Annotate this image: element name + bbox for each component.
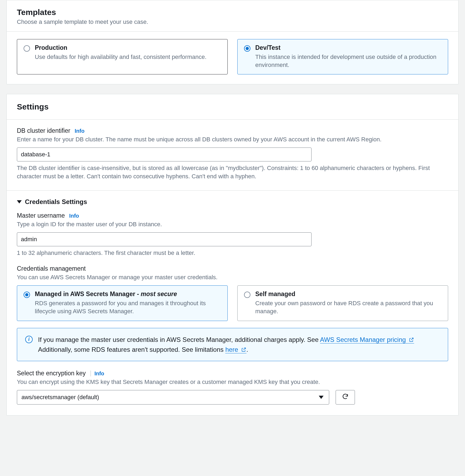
alert-text: If you manage the master user credential… — [38, 335, 440, 354]
settings-header: Settings — [7, 94, 458, 120]
credentials-management-options: Managed in AWS Secrets Manager - most se… — [17, 285, 448, 321]
limitations-link[interactable]: here — [225, 346, 246, 353]
field-help: You can encrypt using the KMS key that S… — [17, 378, 448, 386]
option-title: Dev/Test — [255, 44, 441, 51]
template-options: Production Use defaults for high availab… — [17, 39, 448, 74]
templates-card: Templates Choose a sample template to me… — [6, 0, 459, 84]
field-constraints: 1 to 32 alphanumeric characters. The fir… — [17, 249, 448, 257]
master-username-field: Master username Info Type a login ID for… — [17, 212, 448, 257]
field-help: You can use AWS Secrets Manager or manag… — [17, 273, 448, 282]
refresh-icon — [342, 393, 349, 402]
external-link-icon — [241, 347, 246, 352]
option-description: Create your own password or have RDS cre… — [255, 299, 441, 315]
option-title: Managed in AWS Secrets Manager - most se… — [35, 290, 221, 298]
link-text: here — [225, 346, 240, 353]
alert-text-b: Additionally, some RDS features aren't s… — [38, 346, 225, 353]
link-text: AWS Secrets Manager pricing — [320, 336, 408, 343]
section-title: Credentials Settings — [25, 198, 87, 206]
refresh-button[interactable] — [336, 390, 355, 405]
alert-period: . — [246, 346, 248, 353]
template-option-production[interactable]: Production Use defaults for high availab… — [17, 39, 228, 74]
settings-title: Settings — [17, 102, 448, 111]
credentials-option-managed[interactable]: Managed in AWS Secrets Manager - most se… — [17, 285, 228, 321]
db-cluster-identifier-field: DB cluster identifier Info Enter a name … — [17, 127, 448, 180]
info-link[interactable]: Info — [69, 213, 79, 219]
alert-text-a: If you manage the master user credential… — [38, 336, 320, 343]
option-title: Self managed — [255, 290, 441, 298]
caret-down-icon — [17, 200, 22, 203]
template-option-devtest[interactable]: Dev/Test This instance is intended for d… — [237, 39, 448, 74]
option-title-prefix: Managed in AWS Secrets Manager - — [35, 290, 141, 297]
field-help: Enter a name for your DB cluster. The na… — [17, 135, 448, 144]
option-description: RDS generates a password for you and man… — [35, 299, 221, 315]
encryption-key-select[interactable]: aws/secretsmanager (default) — [17, 390, 329, 405]
credentials-settings-toggle[interactable]: Credentials Settings — [17, 198, 448, 206]
select-value: aws/secretsmanager (default) — [21, 394, 99, 401]
option-description: Use defaults for high availability and f… — [35, 53, 207, 61]
field-help: Type a login ID for the master user of y… — [17, 220, 448, 229]
label-text: DB cluster identifier — [17, 127, 70, 134]
master-username-input[interactable] — [17, 232, 312, 246]
radio-icon — [244, 292, 250, 298]
field-label: Master username Info — [17, 212, 448, 219]
templates-subtitle: Choose a sample template to meet your us… — [17, 18, 448, 25]
external-link-icon — [409, 337, 414, 342]
field-label: Select the encryption key Info — [17, 370, 448, 377]
secrets-manager-pricing-link[interactable]: AWS Secrets Manager pricing — [320, 336, 414, 343]
info-icon: i — [25, 336, 33, 343]
credentials-management-label: Credentials management — [17, 265, 448, 272]
label-text: Master username — [17, 212, 65, 219]
label-text: Select the encryption key — [17, 370, 86, 377]
field-label: DB cluster identifier Info — [17, 127, 448, 134]
info-link[interactable]: Info — [90, 371, 104, 376]
encryption-key-field: Select the encryption key Info You can e… — [17, 370, 448, 405]
chevron-down-icon — [319, 396, 324, 399]
credentials-option-self[interactable]: Self managed Create your own password or… — [237, 285, 448, 321]
secrets-manager-info-alert: i If you manage the master user credenti… — [17, 328, 448, 361]
field-constraints: The DB cluster identifier is case-insens… — [17, 164, 448, 181]
templates-header: Templates Choose a sample template to me… — [7, 0, 458, 32]
option-title-em: most secure — [141, 290, 177, 297]
option-description: This instance is intended for developmen… — [255, 53, 441, 69]
settings-card: Settings DB cluster identifier Info Ente… — [6, 94, 459, 415]
radio-icon — [24, 45, 30, 52]
radio-icon — [24, 292, 30, 298]
info-link[interactable]: Info — [75, 128, 85, 134]
db-cluster-identifier-input[interactable] — [17, 148, 312, 161]
radio-icon — [244, 45, 250, 52]
templates-title: Templates — [17, 8, 448, 17]
option-title: Production — [35, 44, 207, 51]
